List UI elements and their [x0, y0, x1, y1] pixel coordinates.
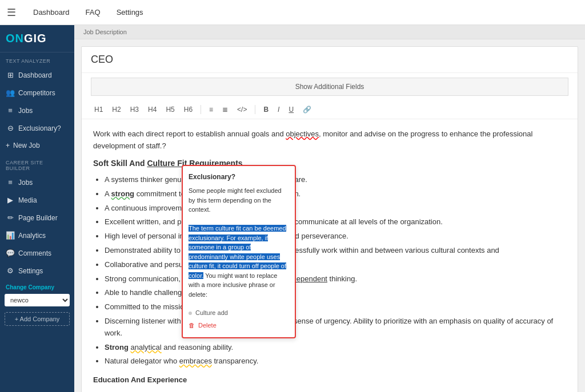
sidebar: ONGIG TEXT ANALYZER ⊞ Dashboard 👥 Compet…	[0, 25, 74, 392]
strong-highlight: strong	[111, 189, 134, 198]
h2-button[interactable]: H2	[109, 104, 124, 115]
bold-button[interactable]: B	[260, 104, 272, 115]
content-area: Job Description Show Additional Fields H…	[74, 25, 585, 392]
objectives-highlight: objectives	[286, 130, 319, 138]
competitors-icon: 👥	[6, 88, 15, 97]
sidebar-item-settings[interactable]: ⚙ Settings	[0, 262, 74, 280]
popup-delete-action[interactable]: 🗑 Delete	[189, 320, 289, 332]
text-analyzer-label: TEXT ANALYZER	[0, 52, 74, 66]
sidebar-label-settings: Settings	[18, 267, 43, 275]
title-input[interactable]	[91, 54, 568, 66]
italic-button[interactable]: I	[274, 104, 283, 115]
dashboard-icon: ⊞	[6, 71, 15, 79]
code-button[interactable]: </>	[234, 104, 250, 115]
popup-actions: Culture add 🗑 Delete	[189, 304, 289, 332]
company-select[interactable]: newco	[5, 294, 70, 306]
exclusionary-icon: ⊖	[6, 124, 15, 132]
jobs-career-icon: ≡	[6, 178, 15, 187]
settings-icon: ⚙	[6, 266, 15, 275]
sidebar-item-competitors[interactable]: 👥 Competitors	[0, 84, 74, 102]
popup-highlighted: The term culture fit can be deemed exclu…	[189, 225, 286, 279]
list-item: Collaborative and persuasive in eliminat…	[105, 259, 566, 271]
section1-heading: Soft Skill And Culture Fit Requirements	[93, 157, 566, 169]
sidebar-label-competitors: Competitors	[18, 89, 55, 97]
delete-icon: 🗑	[189, 321, 195, 331]
list-item: Discerning listener with excellent atten…	[105, 316, 566, 340]
sidebar-item-jobs-career[interactable]: ≡ Jobs	[0, 173, 74, 191]
link-button[interactable]: 🔗	[299, 104, 315, 115]
underline-button[interactable]: U	[285, 104, 297, 115]
sidebar-item-dashboard[interactable]: ⊞ Dashboard	[0, 66, 74, 84]
h6-button[interactable]: H6	[181, 104, 196, 115]
show-fields-button[interactable]: Show Additional Fields	[91, 78, 568, 96]
nav-faq[interactable]: FAQ	[78, 0, 109, 25]
sidebar-item-comments[interactable]: 💬 Comments	[0, 244, 74, 262]
sidebar-label-analytics: Analytics	[18, 232, 46, 240]
main-layout: ONGIG TEXT ANALYZER ⊞ Dashboard 👥 Compet…	[0, 25, 585, 392]
sidebar-item-page-builder[interactable]: ✏ Page Builder	[0, 209, 74, 227]
edu-list: 5+ years' experience in strategic planni…	[105, 390, 566, 392]
h5-button[interactable]: H5	[162, 104, 178, 115]
skills-list: A systems thinker genuinely passionate a…	[105, 174, 566, 367]
list-item: Natural delegator who embraces transpare…	[105, 355, 566, 367]
sidebar-item-media[interactable]: ▶ Media	[0, 191, 74, 209]
sidebar-label-page-builder: Page Builder	[18, 214, 58, 222]
toolbar-separator-2	[255, 105, 255, 114]
list-item: 5+ years' experience in strategic planni…	[105, 390, 566, 392]
analytics-icon: 📊	[6, 231, 15, 240]
add-company-button[interactable]: + Add Company	[5, 312, 70, 326]
nav-settings[interactable]: Settings	[109, 0, 151, 25]
list-item: Excellent written, and presentation skil…	[105, 216, 566, 228]
breadcrumb: Job Description	[74, 25, 585, 39]
analytical-highlight: analytical	[131, 343, 162, 351]
sidebar-item-jobs-analyzer[interactable]: ≡ Jobs	[0, 102, 74, 119]
nav-dashboard[interactable]: Dashboard	[25, 0, 78, 25]
jobs-icon: ≡	[6, 106, 15, 115]
sidebar-label-jobs-career: Jobs	[18, 179, 33, 187]
culture-add-dot	[189, 312, 192, 315]
top-nav: ☰ Dashboard FAQ Settings	[0, 0, 585, 25]
logo: ONGIG	[0, 25, 74, 52]
new-job-icon: +	[6, 142, 10, 149]
sidebar-item-exclusionary[interactable]: ⊖ Exclusionary?	[0, 119, 74, 137]
sidebar-label-exclusionary: Exclusionary?	[18, 124, 61, 132]
editor-body[interactable]: Work with each direct report to establis…	[82, 119, 578, 392]
page-builder-icon: ✏	[6, 213, 15, 222]
sidebar-label-jobs-analyzer: Jobs	[18, 107, 33, 115]
list-item: Demonstrated ability to understand, inco…	[105, 245, 566, 257]
media-icon: ▶	[6, 196, 15, 204]
popup-culture-add[interactable]: Culture add	[189, 307, 289, 320]
popup-intro: Some people might feel excluded by this …	[189, 187, 282, 213]
h1-button[interactable]: H1	[91, 104, 106, 115]
h3-button[interactable]: H3	[127, 104, 142, 115]
list-item: Committed to the mission rather than for…	[105, 301, 566, 313]
title-row	[82, 47, 578, 73]
toolbar: H1 H2 H3 H4 H5 H6 ≡ ≣ </> B I U 🔗	[82, 100, 578, 119]
popup-title: Exclusionary?	[189, 172, 289, 183]
editor-container: Show Additional Fields H1 H2 H3 H4 H5 H6…	[81, 46, 578, 392]
toolbar-separator-1	[201, 105, 201, 114]
embraces-highlight: embraces	[179, 357, 212, 365]
list-item: High level of personal integrity, judgme…	[105, 231, 566, 243]
popup-body-text: Some people might feel excluded by this …	[189, 186, 289, 299]
culture-add-label: Culture add	[195, 308, 228, 318]
list-item: Strong analytical and reasoning ability.	[105, 342, 566, 354]
intro-paragraph: Work with each direct report to establis…	[93, 128, 566, 152]
ordered-list-button[interactable]: ≣	[219, 104, 231, 115]
exclusionary-popup: Exclusionary? Some people might feel exc…	[182, 165, 296, 338]
sidebar-label-comments: Comments	[18, 249, 51, 257]
section2-heading: Education And Experience	[93, 374, 566, 386]
list-item: A continuous improvement.	[105, 203, 566, 215]
h4-button[interactable]: H4	[145, 104, 160, 115]
logo-text: ONGIG	[6, 32, 47, 45]
change-company-label: Change Company	[0, 280, 74, 292]
list-item: Able to handle challenges.	[105, 287, 566, 299]
sidebar-item-analytics[interactable]: 📊 Analytics	[0, 227, 74, 244]
bullet-list-button[interactable]: ≡	[206, 104, 217, 115]
list-item: A systems thinker genuinely passionate a…	[105, 174, 566, 186]
list-item: A strong commitment to organizational va…	[105, 188, 566, 200]
hamburger-icon[interactable]: ☰	[7, 6, 16, 19]
sidebar-item-new-job[interactable]: + New Job	[0, 137, 74, 154]
delete-label: Delete	[198, 321, 217, 331]
sidebar-label-media: Media	[18, 196, 37, 204]
